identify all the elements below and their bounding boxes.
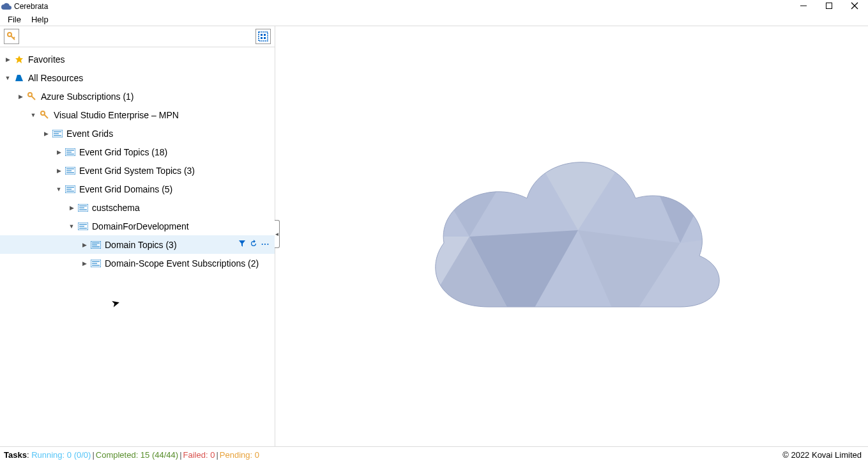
tasks-label: Tasks <box>4 450 27 460</box>
event-grid-icon <box>65 166 75 176</box>
menu-file[interactable]: File <box>3 15 26 24</box>
tree-item-vs-enterprise[interactable]: ▼ Visual Studio Enterprise – MPN <box>0 105 275 124</box>
tree-item-eg-system-topics[interactable]: ▶ Event Grid System Topics (3) <box>0 161 275 180</box>
key-button[interactable] <box>4 29 19 44</box>
menubar: File Help <box>0 13 868 26</box>
cloud-icon <box>1 3 11 10</box>
close-button[interactable] <box>849 1 860 12</box>
statusbar: Tasks: Running: 0 (0/0) | Completed: 15 … <box>0 446 868 461</box>
svg-rect-9 <box>264 34 266 36</box>
svg-line-15 <box>31 96 35 100</box>
key-icon <box>40 110 50 120</box>
svg-marker-12 <box>15 56 23 63</box>
titlebar: Cerebrata <box>0 0 868 13</box>
chevron-right-icon: ▶ <box>55 167 63 175</box>
status-running: Running: 0 (0/0) <box>31 450 91 460</box>
key-icon <box>27 91 37 102</box>
chevron-down-icon: ▼ <box>29 111 37 119</box>
cloud-placeholder-icon <box>412 141 731 332</box>
event-grid-icon <box>65 147 75 157</box>
refresh-icon[interactable] <box>250 240 257 249</box>
tree-item-domain-dev[interactable]: ▼ DomainForDevelopment <box>0 217 275 235</box>
event-grid-icon <box>91 258 101 269</box>
event-grid-icon <box>65 184 75 194</box>
tree-label: Visual Studio Enterprise – MPN <box>54 110 179 120</box>
chevron-right-icon: ▶ <box>55 148 63 156</box>
chevron-right-icon: ▶ <box>42 130 50 137</box>
tree-item-domain-scope-subs[interactable]: ▶ Domain-Scope Event Subscriptions (2) <box>0 254 275 272</box>
tree-label: custschema <box>92 203 140 213</box>
tree-item-favorites[interactable]: ▶ Favorites <box>0 50 275 68</box>
cursor-icon: ➤ <box>110 297 121 311</box>
tree-item-event-grids[interactable]: ▶ Event Grids <box>0 124 275 143</box>
tree-item-azure-subs[interactable]: ▶ Azure Subscriptions (1) <box>0 87 275 105</box>
window-controls <box>798 1 867 12</box>
tree-label: Event Grids <box>66 129 113 139</box>
chevron-right-icon: ▶ <box>17 93 24 100</box>
chevron-right-icon: ▶ <box>80 260 88 267</box>
tree: ▶ Favorites ▼ All Resources ▶ Azure Subs… <box>0 47 275 446</box>
event-grid-icon <box>78 221 88 231</box>
resource-group-button[interactable] <box>255 29 271 44</box>
tree-label: Event Grid Topics (18) <box>79 147 167 157</box>
svg-line-17 <box>44 114 48 118</box>
tree-item-domain-topics[interactable]: ▶ Domain Topics (3) ··· <box>0 235 275 254</box>
tree-item-eg-topics[interactable]: ▶ Event Grid Topics (18) <box>0 143 275 161</box>
copyright: © 2022 Kovai Limited <box>782 450 864 460</box>
main-content: ◄ <box>275 26 868 446</box>
tree-label: Event Grid Domains (5) <box>79 184 172 194</box>
chevron-down-icon: ▼ <box>68 223 75 230</box>
tree-label: Domain Topics (3) <box>105 240 177 250</box>
filter-icon[interactable] <box>238 240 246 249</box>
tree-item-all-resources[interactable]: ▼ All Resources <box>0 68 275 87</box>
svg-rect-7 <box>259 32 268 41</box>
chevron-down-icon: ▼ <box>55 185 63 193</box>
menu-help[interactable]: Help <box>26 15 54 24</box>
tree-label: All Resources <box>28 73 83 83</box>
status-completed: Completed: 15 (44/44) <box>96 450 178 460</box>
tree-item-eg-domains[interactable]: ▼ Event Grid Domains (5) <box>0 180 275 198</box>
chevron-right-icon: ▶ <box>4 56 11 63</box>
svg-rect-8 <box>261 34 263 36</box>
chevron-right-icon: ▶ <box>80 241 88 249</box>
event-grid-icon <box>52 129 63 139</box>
star-icon <box>14 54 24 65</box>
tree-label: Azure Subscriptions (1) <box>41 91 134 102</box>
chevron-down-icon: ▼ <box>4 74 11 82</box>
row-actions: ··· <box>238 240 275 249</box>
status-pending: Pending: 0 <box>220 450 259 460</box>
more-icon[interactable]: ··· <box>261 240 270 249</box>
app-title: Cerebrata <box>14 2 48 11</box>
sidebar: ▶ Favorites ▼ All Resources ▶ Azure Subs… <box>0 26 275 446</box>
tree-label: Domain-Scope Event Subscriptions (2) <box>105 258 259 269</box>
tree-label: Event Grid System Topics (3) <box>79 166 195 176</box>
workspace: ▶ Favorites ▼ All Resources ▶ Azure Subs… <box>0 26 868 446</box>
maximize-button[interactable] <box>823 1 835 12</box>
svg-rect-10 <box>261 37 263 39</box>
tree-label: Favorites <box>28 54 65 65</box>
chevron-right-icon: ▶ <box>68 204 75 212</box>
collapse-sidebar-handle[interactable]: ◄ <box>275 220 280 248</box>
azure-icon <box>14 73 24 83</box>
status-failed: Failed: 0 <box>183 450 215 460</box>
sidebar-toolbar <box>0 26 275 47</box>
svg-marker-46 <box>239 240 245 247</box>
event-grid-icon <box>91 240 101 250</box>
tree-label: DomainForDevelopment <box>92 221 189 231</box>
svg-rect-1 <box>826 3 832 9</box>
svg-marker-13 <box>15 75 23 81</box>
minimize-button[interactable] <box>798 1 809 12</box>
tree-item-custschema[interactable]: ▶ custschema <box>0 198 275 217</box>
event-grid-icon <box>78 203 88 213</box>
svg-rect-11 <box>264 37 266 39</box>
svg-line-6 <box>13 37 15 38</box>
